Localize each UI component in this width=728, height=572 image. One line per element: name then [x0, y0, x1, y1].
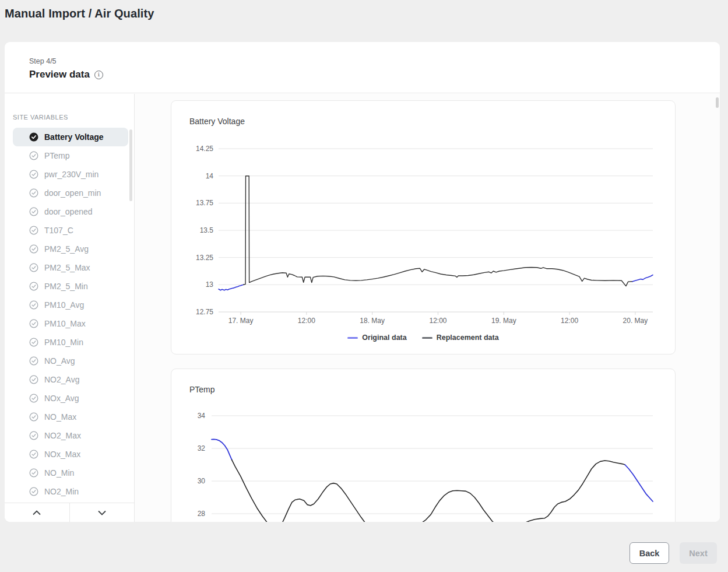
sidebar-item-no2-max[interactable]: NO2_Max — [13, 426, 128, 445]
sidebar-item-no-max[interactable]: NO_Max — [13, 408, 128, 426]
sidebar-item-no2-min[interactable]: NO2_Min — [13, 482, 128, 501]
check-circle-icon — [29, 375, 38, 384]
x-axis-tick-label: 20. May — [623, 317, 648, 325]
check-circle-icon — [29, 244, 38, 254]
sidebar-item-label: PM10_Max — [44, 319, 86, 328]
sidebar-item-door-open-min[interactable]: door_open_min — [13, 184, 128, 202]
sidebar-item-pm10-max[interactable]: PM10_Max — [13, 314, 128, 333]
sidebar-header: SITE VARIABLES — [13, 114, 68, 121]
sidebar-item-label: NO2_Max — [44, 431, 81, 440]
sidebar-item-ptemp[interactable]: PTemp — [13, 146, 128, 165]
scroll-up-button[interactable] — [5, 503, 70, 522]
sidebar-item-pm10-min[interactable]: PM10_Min — [13, 333, 128, 352]
y-axis-tick-label: 13 — [206, 280, 214, 289]
y-axis-tick-label: 14 — [206, 172, 214, 180]
sidebar-item-label: PM10_Avg — [44, 300, 84, 310]
legend-item-original-data[interactable]: Original data — [347, 334, 406, 342]
check-circle-icon — [29, 487, 38, 496]
sidebar-item-label: PM2_5_Max — [44, 263, 90, 272]
back-button[interactable]: Back — [629, 542, 669, 564]
y-axis-tick-label: 32 — [198, 444, 206, 452]
check-circle-icon — [29, 356, 38, 366]
step-indicator: Step 4/5 — [29, 57, 57, 65]
x-axis-tick-label: 12:00 — [561, 317, 578, 325]
charts-container: Battery Voltage14.251413.7513.513.251312… — [171, 100, 676, 522]
wizard-card-header: Step 4/5 Preview data i — [5, 42, 720, 93]
next-button[interactable]: Next — [680, 542, 717, 564]
chart-preview-area: Battery Voltage14.251413.7513.513.251312… — [135, 94, 720, 522]
check-circle-icon — [29, 338, 38, 347]
check-circle-icon — [29, 207, 38, 216]
sidebar-item-pm2-5-min[interactable]: PM2_5_Min — [13, 277, 128, 296]
sidebar-item-nox-avg[interactable]: NOx_Avg — [13, 389, 128, 408]
series-original-data-trailing — [632, 275, 653, 282]
check-circle-icon — [29, 282, 38, 291]
info-icon[interactable]: i — [94, 71, 103, 79]
y-axis-tick-label: 13.75 — [196, 199, 213, 207]
check-circle-icon — [29, 188, 38, 198]
sidebar-item-label: door_opened — [44, 207, 93, 216]
check-circle-icon — [29, 319, 38, 328]
legend-item-replacement-data[interactable]: Replacement data — [422, 334, 499, 342]
sidebar-item-label: door_open_min — [44, 188, 101, 198]
sidebar-item-door-opened[interactable]: door_opened — [13, 202, 128, 221]
chevron-down-icon — [97, 510, 107, 515]
series-replacement-data — [244, 176, 632, 286]
x-axis-tick-label: 19. May — [491, 317, 516, 325]
series-original-data-leading — [219, 285, 244, 290]
series-original-data-trailing — [625, 465, 653, 501]
wizard-card-body: SITE VARIABLES Battery VoltagePTemppwr_2… — [5, 94, 720, 522]
sidebar-item-label: Battery Voltage — [44, 132, 104, 142]
legend-label: Replacement data — [437, 334, 499, 342]
sidebar-item-no2-avg[interactable]: NO2_Avg — [13, 370, 128, 389]
chart-card-battery-voltage: Battery Voltage14.251413.7513.513.251312… — [171, 100, 676, 355]
sidebar-item-label: NOx_Avg — [44, 394, 79, 403]
sidebar-item-no-avg[interactable]: NO_Avg — [13, 352, 128, 370]
legend-line-swatch — [422, 337, 432, 339]
x-axis-tick-label: 12:00 — [298, 317, 315, 325]
check-circle-icon — [29, 394, 38, 403]
check-circle-icon — [29, 412, 38, 422]
page-title: Manual Import / Air Quality — [5, 7, 154, 20]
y-axis-tick-label: 14.25 — [196, 145, 213, 153]
battery-voltage-line-chart: 14.251413.7513.513.251312.7517. May12:00… — [171, 132, 676, 331]
wizard-card: Step 4/5 Preview data i SITE VARIABLES B… — [5, 42, 720, 522]
main-scrollbar-thumb[interactable] — [716, 97, 719, 108]
y-axis-tick-label: 28 — [198, 510, 206, 518]
site-variables-sidebar: SITE VARIABLES Battery VoltagePTemppwr_2… — [5, 94, 134, 522]
sidebar-item-label: PM2_5_Min — [44, 282, 88, 291]
ptemp-line-chart: 34323028 — [171, 403, 676, 522]
check-circle-icon — [29, 450, 38, 459]
sidebar-scrollbar-thumb[interactable] — [129, 129, 132, 201]
sidebar-item-label: NO_Min — [44, 468, 74, 478]
scroll-down-button[interactable] — [70, 503, 135, 522]
y-axis-tick-label: 34 — [198, 412, 206, 420]
sidebar-item-label: NO2_Avg — [44, 375, 79, 384]
check-circle-icon — [29, 468, 38, 478]
chart-title: PTemp — [189, 385, 215, 394]
x-axis-tick-label: 12:00 — [429, 317, 446, 325]
sidebar-item-pm2-5-avg[interactable]: PM2_5_Avg — [13, 240, 128, 258]
check-circle-filled-icon — [29, 132, 38, 142]
sidebar-item-label: T107_C — [44, 226, 73, 235]
wizard-footer: Back Next — [629, 542, 717, 564]
wizard-step-title: Preview data — [29, 69, 90, 80]
sidebar-item-battery-voltage[interactable]: Battery Voltage — [13, 128, 128, 146]
chart-title: Battery Voltage — [189, 117, 245, 126]
sidebar-item-pwr-230v-min[interactable]: pwr_230V_min — [13, 165, 128, 184]
sidebar-item-label: pwr_230V_min — [44, 170, 99, 179]
sidebar-item-t107-c[interactable]: T107_C — [13, 221, 128, 240]
sidebar-item-label: NOx_Max — [44, 450, 80, 459]
check-circle-icon — [29, 431, 38, 440]
sidebar-item-label: NO_Max — [44, 412, 76, 422]
sidebar-item-nox-max[interactable]: NOx_Max — [13, 445, 128, 464]
check-circle-icon — [29, 170, 38, 179]
legend-label: Original data — [362, 334, 406, 342]
chart-card-ptemp: PTemp34323028 — [171, 369, 676, 522]
sidebar-item-label: NO2_Min — [44, 487, 79, 496]
sidebar-pager — [5, 503, 134, 522]
sidebar-item-no-min[interactable]: NO_Min — [13, 464, 128, 482]
sidebar-item-pm10-avg[interactable]: PM10_Avg — [13, 296, 128, 314]
series-original-data-leading — [212, 439, 232, 459]
sidebar-item-pm2-5-max[interactable]: PM2_5_Max — [13, 258, 128, 277]
